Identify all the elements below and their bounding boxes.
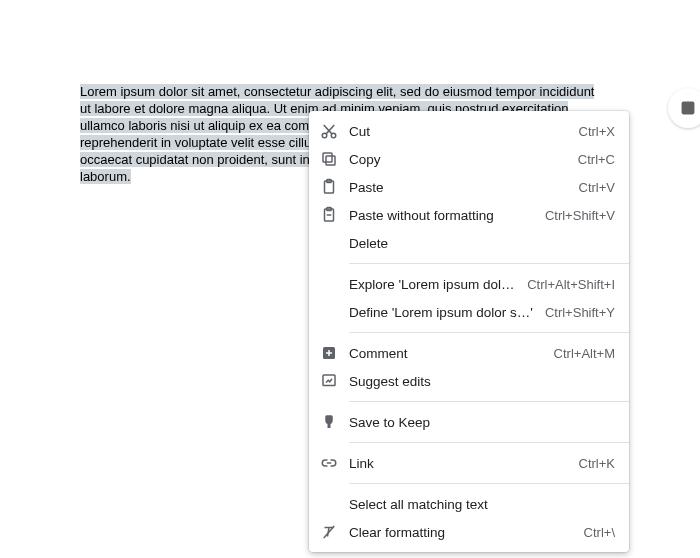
menu-item-suggest-edits[interactable]: Suggest edits	[309, 367, 629, 395]
menu-shortcut: Ctrl+Shift+V	[545, 208, 615, 223]
menu-separator	[349, 401, 629, 402]
menu-item-paste-no-format[interactable]: Paste without formatting Ctrl+Shift+V	[309, 201, 629, 229]
menu-label: Suggest edits	[349, 374, 603, 389]
menu-item-clear-formatting[interactable]: Clear formatting Ctrl+\	[309, 518, 629, 546]
menu-item-explore[interactable]: Explore 'Lorem ipsum dolor s…' Ctrl+Alt+…	[309, 270, 629, 298]
empty-icon	[319, 274, 339, 294]
menu-shortcut: Ctrl+K	[579, 456, 615, 471]
menu-item-select-matching[interactable]: Select all matching text	[309, 490, 629, 518]
menu-shortcut: Ctrl+V	[579, 180, 615, 195]
svg-rect-4	[326, 156, 335, 165]
menu-item-delete[interactable]: Delete	[309, 229, 629, 257]
menu-item-comment[interactable]: Comment Ctrl+Alt+M	[309, 339, 629, 367]
svg-point-1	[331, 133, 336, 138]
menu-item-cut[interactable]: Cut Ctrl+X	[309, 117, 629, 145]
svg-rect-16	[682, 102, 695, 115]
menu-item-link[interactable]: Link Ctrl+K	[309, 449, 629, 477]
paste-no-format-icon	[319, 205, 339, 225]
menu-label: Clear formatting	[349, 525, 572, 540]
menu-item-paste[interactable]: Paste Ctrl+V	[309, 173, 629, 201]
menu-shortcut: Ctrl+\	[584, 525, 615, 540]
menu-shortcut: Ctrl+X	[579, 124, 615, 139]
svg-point-0	[322, 133, 327, 138]
keep-icon	[319, 412, 339, 432]
menu-shortcut: Ctrl+Shift+Y	[545, 305, 615, 320]
menu-separator	[349, 263, 629, 264]
svg-rect-5	[323, 153, 332, 162]
suggest-edits-icon	[319, 371, 339, 391]
menu-separator	[349, 483, 629, 484]
menu-label: Save to Keep	[349, 415, 603, 430]
menu-label: Explore 'Lorem ipsum dolor s…'	[349, 277, 515, 292]
menu-label: Paste without formatting	[349, 208, 533, 223]
empty-icon	[319, 233, 339, 253]
cut-icon	[319, 121, 339, 141]
menu-label: Link	[349, 456, 567, 471]
link-icon	[319, 453, 339, 473]
menu-shortcut: Ctrl+Alt+M	[554, 346, 615, 361]
menu-label: Comment	[349, 346, 542, 361]
menu-item-copy[interactable]: Copy Ctrl+C	[309, 145, 629, 173]
context-menu: Cut Ctrl+X Copy Ctrl+C Paste Ctrl+V	[309, 111, 629, 552]
comment-icon	[319, 343, 339, 363]
side-button[interactable]	[668, 88, 700, 128]
menu-label: Paste	[349, 180, 567, 195]
menu-item-save-to-keep[interactable]: Save to Keep	[309, 408, 629, 436]
empty-icon	[319, 302, 339, 322]
svg-rect-13	[328, 350, 330, 356]
menu-label: Define 'Lorem ipsum dolor s…'	[349, 305, 533, 320]
copy-icon	[319, 149, 339, 169]
menu-label: Copy	[349, 152, 566, 167]
menu-label: Select all matching text	[349, 497, 603, 512]
empty-icon	[319, 494, 339, 514]
menu-separator	[349, 442, 629, 443]
menu-shortcut: Ctrl+C	[578, 152, 615, 167]
clear-formatting-icon	[319, 522, 339, 542]
menu-label: Cut	[349, 124, 567, 139]
menu-shortcut: Ctrl+Alt+Shift+I	[527, 277, 615, 292]
menu-separator	[349, 332, 629, 333]
menu-label: Delete	[349, 236, 603, 251]
paste-icon	[319, 177, 339, 197]
side-button-icon	[677, 97, 699, 119]
menu-item-define[interactable]: Define 'Lorem ipsum dolor s…' Ctrl+Shift…	[309, 298, 629, 326]
